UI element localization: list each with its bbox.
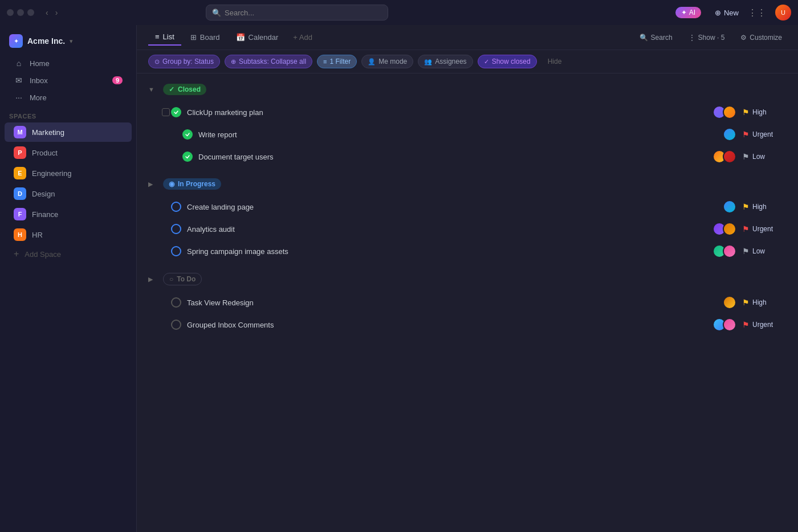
avatar <box>723 150 736 163</box>
priority-label: High <box>752 108 767 116</box>
inbox-icon: ✉ <box>14 76 24 85</box>
priority-flag: ⚑ Urgent <box>742 224 782 234</box>
avatar <box>723 105 736 119</box>
filter-icon: ≡ <box>323 58 327 65</box>
workspace-name: Acme Inc. <box>27 36 65 46</box>
assignees-filter[interactable]: 👥 Assignees <box>418 55 473 68</box>
me-icon: 👤 <box>368 58 376 66</box>
minimize-button[interactable] <box>17 9 24 16</box>
group-header-in-progress[interactable]: ▶ ◉ In Progress <box>137 173 798 195</box>
flag-icon: ⚑ <box>742 130 750 139</box>
home-icon: ⌂ <box>14 59 24 68</box>
tab-board[interactable]: ⊞ Board <box>184 30 227 45</box>
to-do-status-icon: ○ <box>169 275 173 283</box>
priority-flag: ⚑ Low <box>742 247 782 256</box>
task-list: ▼ ✓ Closed ⠿ ClickUp marketing plan <box>137 73 798 532</box>
flag-icon: ⚑ <box>742 320 750 329</box>
group-header-to-do[interactable]: ▶ ○ To Do <box>137 267 798 291</box>
global-search[interactable]: 🔍 Search... <box>206 5 388 21</box>
product-space-dot: P <box>14 146 26 159</box>
task-row[interactable]: Grouped Inbox Comments ⚑ Urgent <box>141 314 793 335</box>
top-nav-right: 🔍 Search ⋮ Show · 5 ⚙ Customize <box>635 31 787 44</box>
filter-label: 1 Filter <box>330 58 351 66</box>
list-tab-icon: ≡ <box>155 32 160 41</box>
sidebar-item-engineering[interactable]: E Engineering <box>5 163 132 183</box>
sidebar-item-inbox[interactable]: ✉ Inbox 9 <box>5 72 132 88</box>
priority-label: Urgent <box>752 321 773 329</box>
task-row[interactable]: Write report ⚑ Urgent <box>141 124 793 145</box>
task-name: Analytics audit <box>187 225 707 234</box>
assignees-icon: 👥 <box>424 58 432 66</box>
inbox-badge: 9 <box>112 76 123 84</box>
ai-button[interactable]: ✦ AI <box>675 7 701 18</box>
task-status-closed <box>182 129 193 140</box>
filter-chip[interactable]: ≡ 1 Filter <box>317 55 357 68</box>
content-area: ≡ List ⊞ Board 📅 Calendar + Add 🔍 Search <box>137 25 798 532</box>
group-by-filter[interactable]: ⊙ Group by: Status <box>148 55 220 68</box>
show-closed-label: Show closed <box>492 58 531 66</box>
sidebar-item-more[interactable]: ··· More <box>5 89 132 105</box>
sidebar-item-product[interactable]: P Product <box>5 143 132 162</box>
finance-space-dot: F <box>14 208 26 220</box>
hide-filter[interactable]: Hide <box>542 55 568 68</box>
sidebar-home-label: Home <box>30 59 50 68</box>
calendar-tab-label: Calendar <box>249 33 279 42</box>
back-arrow[interactable]: ‹ <box>43 7 51 18</box>
me-mode-filter[interactable]: 👤 Me mode <box>361 55 413 68</box>
task-row[interactable]: Task View Redesign ⚑ High <box>141 292 793 313</box>
task-status-in-progress <box>171 246 181 256</box>
add-view-label: + Add <box>293 33 312 42</box>
task-row[interactable]: Document target users ⚑ Low <box>141 146 793 167</box>
workspace-header[interactable]: ✦ Acme Inc. ▾ <box>0 30 136 52</box>
add-space-button[interactable]: + Add Space <box>5 245 132 263</box>
show-button[interactable]: ⋮ Show · 5 <box>684 31 730 44</box>
in-progress-status-icon: ◉ <box>169 180 174 188</box>
group-header-closed[interactable]: ▼ ✓ Closed <box>137 78 798 101</box>
avatar <box>723 128 736 141</box>
priority-label: High <box>752 203 767 211</box>
maximize-button[interactable] <box>27 9 34 16</box>
forward-arrow[interactable]: › <box>53 7 60 18</box>
sidebar-item-finance[interactable]: F Finance <box>5 204 132 224</box>
show-closed-icon: ✓ <box>484 58 489 66</box>
sidebar-item-home[interactable]: ⌂ Home <box>5 55 132 71</box>
task-status-closed <box>171 107 181 117</box>
calendar-tab-icon: 📅 <box>236 33 245 42</box>
tab-list[interactable]: ≡ List <box>148 29 181 46</box>
task-row[interactable]: Create landing page ⚑ High <box>141 196 793 218</box>
task-row[interactable]: Analytics audit ⚑ Urgent <box>141 218 793 240</box>
new-button[interactable]: ⊕ New <box>715 9 739 17</box>
search-button[interactable]: 🔍 Search <box>635 31 677 44</box>
task-assignees <box>723 200 736 214</box>
subtasks-filter[interactable]: ⊕ Subtasks: Collapse all <box>225 55 312 68</box>
workspace-icon: ✦ <box>9 34 23 48</box>
show-closed-filter[interactable]: ✓ Show closed <box>478 55 537 68</box>
add-view-button[interactable]: + Add <box>287 30 318 45</box>
subtasks-label: Subtasks: Collapse all <box>239 58 306 66</box>
task-name: Task View Redesign <box>187 298 717 307</box>
customize-icon: ⚙ <box>740 34 747 42</box>
engineering-space-dot: E <box>14 167 26 179</box>
customize-button[interactable]: ⚙ Customize <box>736 31 787 44</box>
closed-label: Closed <box>178 85 201 93</box>
avatar <box>723 296 736 309</box>
assignees-label: Assignees <box>435 58 466 66</box>
task-row[interactable]: ⠿ ClickUp marketing plan ⚑ High <box>141 101 793 123</box>
sidebar-item-hr[interactable]: H HR <box>5 225 132 244</box>
group-icon: ⊙ <box>154 58 160 66</box>
task-name: Create landing page <box>187 203 717 211</box>
priority-label: High <box>752 298 767 306</box>
close-button[interactable] <box>7 9 14 16</box>
avatar <box>723 200 736 214</box>
grid-icon[interactable]: ⋮⋮ <box>748 7 766 18</box>
task-checkbox[interactable] <box>162 108 170 116</box>
tab-calendar[interactable]: 📅 Calendar <box>229 30 286 45</box>
user-avatar[interactable]: U <box>775 5 791 21</box>
sidebar-item-design[interactable]: D Design <box>5 184 132 203</box>
task-row[interactable]: Spring campaign image assets ⚑ Low <box>141 240 793 262</box>
priority-flag: ⚑ High <box>742 298 782 307</box>
task-assignees <box>712 318 736 332</box>
sidebar-item-marketing[interactable]: M Marketing <box>5 122 132 142</box>
in-progress-group-badge: ◉ In Progress <box>163 178 221 190</box>
customize-label: Customize <box>750 34 782 42</box>
